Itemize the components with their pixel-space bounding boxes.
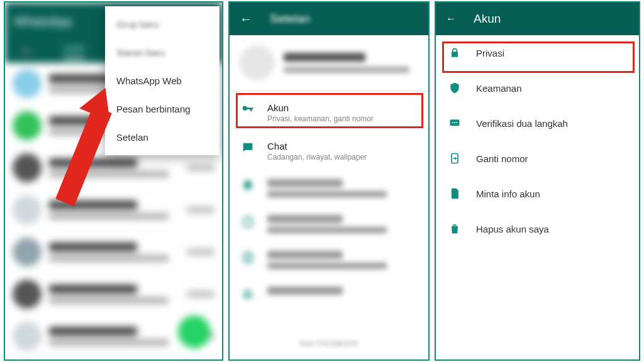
screenshot-chats-with-menu: WhatsApp 📷 CHAT STATUS CALLS Grup baru S…	[4, 1, 223, 361]
menu-item-new-group[interactable]: Grup baru	[105, 10, 219, 38]
tab-camera[interactable]: 📷	[21, 47, 31, 57]
svg-point-8	[456, 122, 457, 123]
back-icon[interactable]: ←	[446, 13, 456, 25]
screenshot-settings: ← Setelan Akun Privasi, keamanan, ganti …	[228, 1, 430, 361]
settings-item-account[interactable]: Akun Privasi, keamanan, ganti nomor	[230, 94, 428, 132]
app-title: WhatsApp	[14, 14, 72, 29]
menu-item-new-broadcast[interactable]: Siaran baru	[105, 38, 219, 67]
bell-icon	[241, 179, 255, 193]
chat-row[interactable]	[5, 189, 222, 231]
account-header: ← Akun	[436, 3, 639, 35]
menu-item-starred[interactable]: Pesan berbintang	[105, 95, 219, 123]
account-title: Akun	[474, 12, 501, 26]
key-icon	[241, 102, 255, 116]
account-item-label: Minta info akun	[476, 189, 540, 199]
account-item-two-step[interactable]: Verifikasi dua langkah	[436, 106, 639, 141]
back-icon[interactable]: ←	[240, 12, 252, 26]
chat-row[interactable]	[5, 273, 222, 315]
settings-item-invite[interactable]	[230, 278, 428, 309]
from-facebook: from FACEBOOK	[230, 339, 428, 348]
account-item-request-info[interactable]: Minta info akun	[436, 176, 639, 211]
overflow-menu: Grup baru Siaran baru WhatsApp Web Pesan…	[105, 6, 219, 155]
settings-title: Setelan	[270, 12, 310, 26]
doc-icon	[448, 187, 461, 200]
new-chat-fab[interactable]	[178, 315, 211, 348]
chat-icon	[241, 141, 255, 155]
account-item-label: Hapus akun saya	[476, 224, 549, 234]
chat-row[interactable]	[5, 358, 222, 361]
settings-item-notifications[interactable]	[230, 170, 428, 206]
swap-icon	[448, 152, 461, 165]
trash-icon	[448, 222, 461, 235]
profile-row[interactable]	[230, 35, 428, 90]
settings-item-sub: Cadangan, riwayat, wallpaper	[267, 153, 367, 162]
account-item-change-number[interactable]: Ganti nomor	[436, 141, 639, 176]
settings-item-label: Akun	[267, 102, 374, 113]
avatar	[240, 45, 275, 80]
account-item-label: Privasi	[476, 48, 504, 58]
sms-icon	[448, 117, 461, 129]
account-item-security[interactable]: Keamanan	[436, 70, 639, 106]
account-item-label: Keamanan	[476, 83, 522, 94]
settings-item-label: Chat	[267, 141, 367, 151]
shield-icon	[448, 82, 461, 94]
account-item-privacy[interactable]: Privasi	[436, 35, 639, 70]
settings-item-chats[interactable]: Chat Cadangan, riwayat, wallpaper	[230, 132, 428, 170]
screenshot-account: ← Akun Privasi Keamanan Verifikasi dua l…	[435, 1, 640, 361]
lock-icon	[448, 47, 461, 59]
settings-item-data[interactable]	[230, 206, 428, 242]
menu-item-settings[interactable]: Setelan	[105, 123, 219, 151]
menu-item-whatsapp-web[interactable]: WhatsApp Web	[105, 67, 219, 95]
people-icon	[241, 287, 255, 300]
settings-item-help[interactable]	[230, 242, 428, 278]
account-item-delete[interactable]: Hapus akun saya	[436, 211, 639, 246]
svg-point-6	[452, 122, 453, 123]
tab-chat[interactable]: CHAT	[64, 44, 85, 59]
svg-point-3	[245, 290, 248, 293]
svg-point-7	[454, 122, 455, 123]
account-item-label: Ganti nomor	[476, 153, 528, 164]
settings-item-sub: Privasi, keamanan, ganti nomor	[267, 114, 374, 123]
settings-header: ← Setelan	[230, 3, 428, 35]
svg-point-2	[247, 260, 248, 261]
chat-row[interactable]	[5, 231, 222, 273]
help-icon	[241, 251, 255, 265]
account-item-label: Verifikasi dua langkah	[476, 118, 568, 129]
svg-point-4	[248, 290, 252, 293]
data-icon	[241, 215, 255, 229]
